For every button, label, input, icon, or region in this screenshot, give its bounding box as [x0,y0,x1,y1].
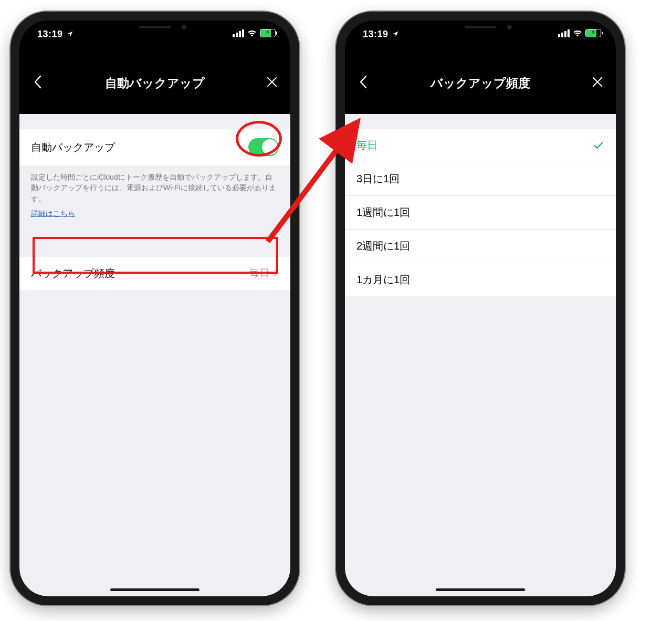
close-button[interactable] [590,74,605,90]
description-text: 設定した時間ごとにiCloudにトーク履歴を自動でバックアップします。自動バック… [19,165,290,208]
option-label: 1週間に1回 [356,205,410,220]
check-icon [593,140,604,151]
close-button[interactable] [264,74,280,90]
screen: 13:19 ⚡︎ バックアップ頻度 [345,20,616,596]
cellular-icon [233,29,244,37]
back-button[interactable] [355,74,371,90]
location-icon [67,30,74,39]
status-time: 13:19 [363,29,399,40]
page-title: 自動バックアップ [105,75,205,91]
wifi-icon [247,29,257,37]
screen: 13:19 ⚡︎ 自動バックアップ [19,20,290,596]
status-indicators: ⚡︎ [233,29,276,37]
battery-icon: ⚡︎ [585,29,601,37]
option-label: 2週間に1回 [356,239,410,253]
clock-text: 13:19 [37,29,63,39]
option-2weeks[interactable]: 2週間に1回 [345,230,616,263]
option-1month[interactable]: 1カ月に1回 [345,263,616,296]
status-time: 13:19 [37,29,74,40]
option-daily[interactable]: 毎日 [345,129,616,162]
option-label: 3日に1回 [356,172,400,186]
option-3days[interactable]: 3日に1回 [345,162,616,196]
notch [97,20,213,36]
option-1week[interactable]: 1週間に1回 [345,196,616,230]
option-label: 1カ月に1回 [356,273,410,287]
auto-backup-label: 自動バックアップ [31,140,115,154]
back-button[interactable] [30,74,46,90]
location-icon [392,30,399,39]
content-area: 自動バックアップ 設定した時間ごとにiCloudにトーク履歴を自動でバックアップ… [19,114,290,596]
details-link[interactable]: 詳細はこちら [19,208,290,228]
annotation-box [33,237,278,274]
wifi-icon [573,29,582,37]
annotation-circle [236,121,282,157]
battery-icon: ⚡︎ [260,29,276,37]
cellular-icon [558,29,570,37]
page-title: バックアップ頻度 [430,75,530,91]
phone-left: 13:19 ⚡︎ 自動バックアップ [10,12,299,605]
home-indicator[interactable] [436,588,525,591]
content-area: 毎日 3日に1回 1週間に1回 2週間に1回 1カ月に1回 [345,114,616,596]
option-label: 毎日 [356,138,377,152]
app-header: 自動バックアップ [19,59,290,103]
app-header: バックアップ頻度 [345,59,616,103]
phone-right: 13:19 ⚡︎ バックアップ頻度 [336,12,625,605]
home-indicator[interactable] [110,588,200,591]
clock-text: 13:19 [363,29,388,39]
status-indicators: ⚡︎ [558,29,601,37]
notch [423,20,538,36]
